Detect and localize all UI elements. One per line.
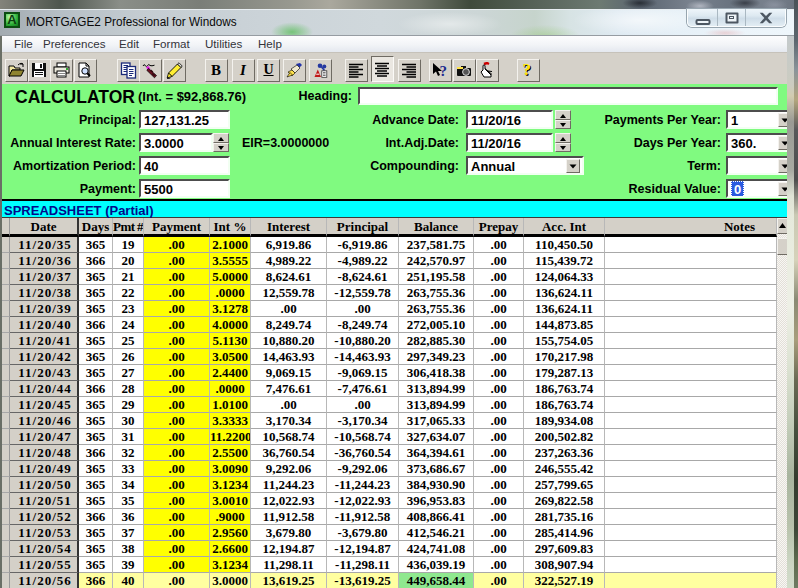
svg-text:?: ? bbox=[523, 62, 532, 79]
svg-text:?: ? bbox=[440, 63, 448, 79]
